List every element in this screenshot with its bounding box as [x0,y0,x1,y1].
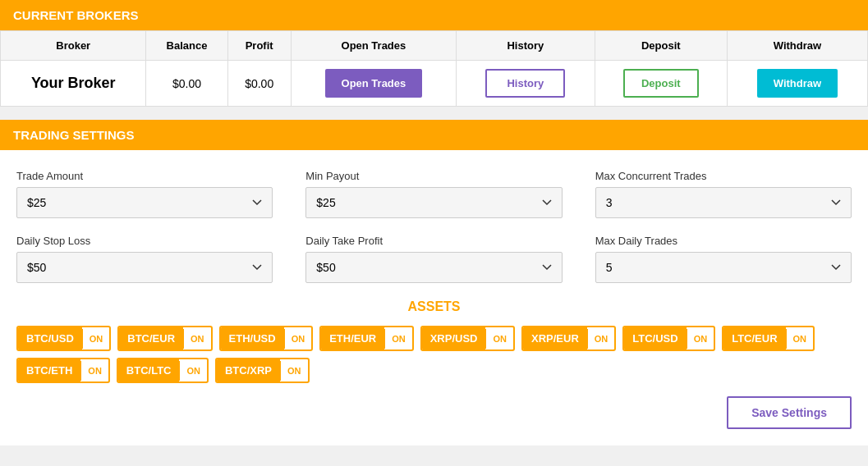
trading-settings-body: Trade Amount $25 Min Payout $25 Max Conc… [0,150,868,445]
asset-label: LTC/USD [624,327,686,350]
col-open-trades: Open Trades [291,31,456,61]
max-daily-trades-label: Max Daily Trades [595,235,852,247]
broker-balance: $0.00 [146,61,227,107]
trade-amount-group: Trade Amount $25 [16,170,273,218]
asset-on-indicator: ON [179,361,207,381]
current-brokers-section: CURRENT BROKERS Broker Balance Profit Op… [0,0,868,107]
asset-toggle-ltc-eur[interactable]: LTC/EURON [722,326,815,351]
asset-toggle-eth-usd[interactable]: ETH/USDON [219,326,314,351]
asset-label: ETH/USD [221,327,284,350]
history-button[interactable]: History [485,69,565,98]
col-balance: Balance [146,31,227,61]
asset-label: BTC/LTC [118,359,180,381]
asset-on-indicator: ON [587,329,615,349]
col-history: History [457,31,595,61]
asset-toggle-ltc-usd[interactable]: LTC/USDON [622,326,715,351]
daily-stop-loss-group: Daily Stop Loss $50 [16,235,273,283]
asset-on-indicator: ON [284,329,312,349]
deposit-button[interactable]: Deposit [623,69,699,98]
withdraw-cell: Withdraw [727,61,867,107]
asset-on-indicator: ON [280,361,308,381]
asset-label: BTC/USD [18,327,82,350]
assets-section: ASSETS BTC/USDONBTC/EURONETH/USDONETH/EU… [16,299,852,383]
broker-profit: $0.00 [227,61,291,107]
settings-row-2: Daily Stop Loss $50 Daily Take Profit $5… [16,235,852,283]
settings-row-1: Trade Amount $25 Min Payout $25 Max Conc… [16,170,852,218]
daily-stop-loss-select[interactable]: $50 [16,252,273,283]
asset-label: BTC/ETH [18,359,80,381]
asset-on-indicator: ON [687,329,714,349]
col-deposit: Deposit [595,31,727,61]
open-trades-cell: Open Trades [291,61,456,107]
asset-on-indicator: ON [82,329,110,349]
asset-label: XRP/USD [422,327,486,350]
asset-toggle-btc-usd[interactable]: BTC/USDON [16,326,111,351]
asset-toggle-eth-eur[interactable]: ETH/EURON [319,326,414,351]
asset-toggle-btc-eth[interactable]: BTC/ETHON [16,358,110,383]
max-concurrent-select[interactable]: 3 [595,187,852,218]
asset-label: ETH/EUR [321,327,384,350]
trade-amount-label: Trade Amount [16,170,273,182]
save-row: Save Settings [16,390,852,432]
asset-label: BTC/EUR [119,327,183,350]
col-withdraw: Withdraw [727,31,867,61]
min-payout-group: Min Payout $25 [305,170,562,218]
trading-settings-section: TRADING SETTINGS Trade Amount $25 Min Pa… [0,120,868,445]
asset-label: XRP/EUR [523,327,587,350]
asset-toggle-btc-xrp[interactable]: BTC/XRPON [215,358,310,383]
min-payout-select[interactable]: $25 [305,187,562,218]
daily-take-profit-group: Daily Take Profit $50 [305,235,562,283]
history-cell: History [457,61,595,107]
col-profit: Profit [227,31,291,61]
asset-toggle-btc-eur[interactable]: BTC/EURON [117,326,212,351]
deposit-cell: Deposit [595,61,727,107]
max-concurrent-label: Max Concurrent Trades [595,170,852,182]
table-row: Your Broker $0.00 $0.00 Open Trades Hist… [1,61,868,107]
current-brokers-header: CURRENT BROKERS [0,0,868,30]
asset-on-indicator: ON [183,329,211,349]
asset-toggle-xrp-eur[interactable]: XRP/EURON [521,326,616,351]
asset-label: LTC/EUR [723,327,785,350]
asset-on-indicator: ON [786,329,814,349]
asset-on-indicator: ON [384,329,412,349]
daily-take-profit-label: Daily Take Profit [305,235,562,247]
withdraw-button[interactable]: Withdraw [757,69,838,98]
col-broker: Broker [1,31,146,61]
max-concurrent-group: Max Concurrent Trades 3 [595,170,852,218]
asset-on-indicator: ON [80,361,108,381]
open-trades-button[interactable]: Open Trades [325,69,423,98]
max-daily-trades-group: Max Daily Trades 5 [595,235,852,283]
max-daily-trades-select[interactable]: 5 [595,252,852,283]
min-payout-label: Min Payout [305,170,562,182]
assets-grid: BTC/USDONBTC/EURONETH/USDONETH/EURONXRP/… [16,326,852,383]
daily-take-profit-select[interactable]: $50 [305,252,562,283]
assets-title: ASSETS [16,299,852,314]
broker-name: Your Broker [1,61,146,107]
trade-amount-select[interactable]: $25 [16,187,273,218]
brokers-table: Broker Balance Profit Open Trades Histor… [0,30,868,107]
asset-label: BTC/XRP [217,359,280,381]
asset-toggle-xrp-usd[interactable]: XRP/USDON [420,326,515,351]
asset-on-indicator: ON [485,329,513,349]
trading-settings-header: TRADING SETTINGS [0,120,868,150]
daily-stop-loss-label: Daily Stop Loss [16,235,273,247]
save-settings-button[interactable]: Save Settings [727,396,852,429]
asset-toggle-btc-ltc[interactable]: BTC/LTCON [117,358,209,383]
